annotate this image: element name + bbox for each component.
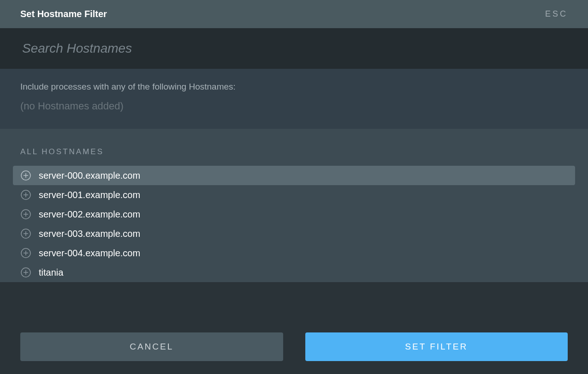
dialog-footer: CANCEL SET FILTER (0, 320, 588, 374)
set-filter-button[interactable]: SET FILTER (305, 332, 568, 361)
hostname-item[interactable]: server-002.example.com (13, 205, 575, 224)
hostname-label: titania (39, 267, 63, 278)
hostname-label: server-000.example.com (39, 170, 140, 181)
hostname-item[interactable]: server-000.example.com (13, 166, 575, 185)
dialog-header: Set Hostname Filter ESC (0, 0, 588, 28)
add-icon (20, 228, 31, 239)
add-icon (20, 267, 31, 278)
hostname-item[interactable]: server-003.example.com (13, 224, 575, 243)
hostname-item[interactable]: titania (13, 263, 575, 282)
search-section (0, 28, 588, 69)
include-section: Include processes with any of the follow… (0, 69, 588, 129)
all-hostnames-section: ALL HOSTNAMES server-000.example.com ser… (0, 129, 588, 282)
hostname-list: server-000.example.com server-001.exampl… (0, 166, 588, 282)
add-icon (20, 247, 31, 259)
esc-button[interactable]: ESC (545, 9, 568, 19)
hostname-label: server-002.example.com (39, 209, 140, 220)
all-hostnames-header: ALL HOSTNAMES (0, 147, 588, 157)
add-icon (20, 189, 31, 200)
hostname-label: server-003.example.com (39, 229, 140, 239)
include-description: Include processes with any of the follow… (20, 82, 568, 92)
add-icon (20, 209, 31, 220)
hostname-item[interactable]: server-004.example.com (13, 243, 575, 263)
hostname-label: server-001.example.com (39, 190, 140, 200)
hostname-label: server-004.example.com (39, 248, 140, 259)
empty-hostnames-message: (no Hostnames added) (20, 100, 568, 112)
dialog-title: Set Hostname Filter (20, 9, 107, 19)
cancel-button[interactable]: CANCEL (20, 332, 283, 361)
hostname-item[interactable]: server-001.example.com (13, 185, 575, 205)
add-icon (20, 170, 31, 181)
search-input[interactable] (22, 41, 566, 56)
